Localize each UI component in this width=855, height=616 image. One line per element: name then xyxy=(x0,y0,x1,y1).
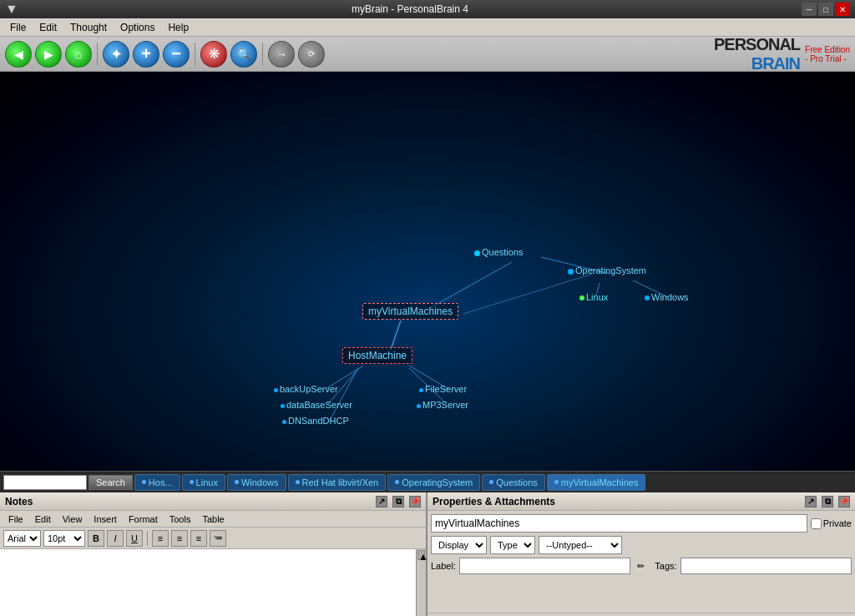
brand-edition: Free Edition - Pro Trial - xyxy=(805,45,850,63)
node-myvirtualmachines[interactable]: myVirtualMachines xyxy=(362,303,458,320)
tab-hos[interactable]: Hos... xyxy=(134,474,180,491)
label-input[interactable] xyxy=(459,558,630,574)
menu-edit[interactable]: Edit xyxy=(33,20,63,35)
size-select[interactable]: 10pt xyxy=(43,530,85,547)
notes-menu-tools[interactable]: Tools xyxy=(164,513,196,525)
notes-menu-view[interactable]: View xyxy=(58,513,88,525)
bottom-panels: Notes ↗ ⧉ 📌 File Edit View Insert Format… xyxy=(0,492,855,616)
svg-line-5 xyxy=(463,274,593,314)
tags-label: Tags: xyxy=(655,561,676,571)
tab-operatingsystem[interactable]: OperatingSystem xyxy=(387,474,480,491)
scroll-up-arrow[interactable]: ▲ xyxy=(417,550,425,560)
remove-button[interactable]: − xyxy=(163,41,190,68)
home-button[interactable]: ⌂ xyxy=(65,41,92,68)
props-pin-icon[interactable]: 📌 xyxy=(838,496,850,507)
list-button[interactable]: ≔ xyxy=(210,530,226,547)
svg-line-4 xyxy=(391,321,401,350)
bold-button[interactable]: B xyxy=(88,530,104,547)
tab-questions[interactable]: Questions xyxy=(482,474,545,491)
search-button[interactable]: 🔍 xyxy=(230,41,257,68)
toolbar: ◀ ▶ ⌂ ✦ + − ❋ 🔍 → ⟳ PERSONALBRAIN Free E… xyxy=(0,37,855,72)
notes-restore-icon[interactable]: ⧉ xyxy=(392,496,404,507)
node-databaseserver[interactable]: dataBaseServer xyxy=(281,400,352,410)
brand-name: PERSONALBRAIN xyxy=(714,35,800,73)
private-label: Private xyxy=(823,518,852,528)
notes-menu-edit[interactable]: Edit xyxy=(30,513,56,525)
props-tabs: Properties & Attachments Details Search … xyxy=(428,613,855,616)
node-backupserver[interactable]: backUpServer xyxy=(274,384,338,394)
tags-input[interactable] xyxy=(680,558,852,574)
pencil-icon: ✏ xyxy=(637,561,645,572)
notes-menu-table[interactable]: Table xyxy=(197,513,229,525)
notes-menu-insert[interactable]: Insert xyxy=(89,513,122,525)
maximize-button[interactable]: □ xyxy=(818,3,833,16)
search-button-tab[interactable]: Search xyxy=(89,475,133,490)
scroll-track[interactable] xyxy=(417,561,426,616)
node-windows[interactable]: Windows xyxy=(645,292,689,302)
props-search-row: Private xyxy=(431,514,852,533)
notes-title: Notes xyxy=(5,496,371,507)
props-expand-icon[interactable]: ↗ xyxy=(805,496,817,507)
notes-content[interactable]: ▲ ▼ xyxy=(0,549,426,616)
nav-clear-button[interactable]: ⟳ xyxy=(298,41,325,68)
brain-canvas[interactable]: Questions OperatingSystem Linux Windows … xyxy=(0,72,855,471)
toolbar-sep-3 xyxy=(262,43,263,66)
expand-button[interactable]: ✦ xyxy=(103,41,129,68)
type-dropdown[interactable]: Type xyxy=(490,536,535,554)
notes-expand-icon[interactable]: ↗ xyxy=(376,496,387,507)
tab-linux[interactable]: Linux xyxy=(182,474,225,491)
notes-text-area[interactable] xyxy=(0,549,416,616)
node-mp3server[interactable]: MP3Server xyxy=(417,400,468,410)
tab-redhat[interactable]: Red Hat libvirt/Xen xyxy=(288,474,387,491)
props-row3: Label: ✏ Tags: xyxy=(431,558,852,574)
forward-button[interactable]: ▶ xyxy=(35,41,62,68)
tab-myvirtualmachines[interactable]: myVirtualMachines xyxy=(547,474,646,491)
notes-pin-icon[interactable]: 📌 xyxy=(409,496,421,507)
menu-help[interactable]: Help xyxy=(161,20,195,35)
props-row2: Display Type --Untyped-- xyxy=(431,536,852,554)
untyped-dropdown[interactable]: --Untyped-- xyxy=(539,536,622,554)
notes-menu-format[interactable]: Format xyxy=(124,513,163,525)
props-content: Private Display Type --Untyped-- Label: … xyxy=(428,511,855,613)
italic-button[interactable]: I xyxy=(107,530,124,547)
label-label: Label: xyxy=(431,561,456,571)
node-operating-system[interactable]: OperatingSystem xyxy=(568,265,646,275)
underline-button[interactable]: U xyxy=(126,530,143,547)
props-panel: Properties & Attachments ↗ ⧉ 📌 Private D… xyxy=(428,492,855,616)
menu-thought[interactable]: Thought xyxy=(63,20,114,35)
node-dnsanddhcp[interactable]: DNSandDHCP xyxy=(282,416,349,426)
minimize-button[interactable]: ─ xyxy=(802,3,817,16)
align-left-button[interactable]: ≡ xyxy=(152,530,169,547)
notes-menu-file[interactable]: File xyxy=(3,513,28,525)
node-questions[interactable]: Questions xyxy=(474,247,524,257)
props-header: Properties & Attachments ↗ ⧉ 📌 xyxy=(428,492,855,511)
node-fileserver[interactable]: FileServer xyxy=(419,384,467,394)
window-controls: ─ □ ✕ xyxy=(802,3,850,16)
network-button[interactable]: ❋ xyxy=(200,41,227,68)
menu-options[interactable]: Options xyxy=(114,20,161,35)
toolbar-sep-1 xyxy=(97,43,98,66)
node-hostmachine[interactable]: HostMachine xyxy=(342,347,412,364)
close-button[interactable]: ✕ xyxy=(835,3,850,16)
notes-scrollbar[interactable]: ▲ ▼ xyxy=(416,549,426,616)
nav-forward-button[interactable]: → xyxy=(268,41,295,68)
node-linux[interactable]: Linux xyxy=(579,292,608,302)
menu-file[interactable]: File xyxy=(3,20,33,35)
props-restore-icon[interactable]: ⧉ xyxy=(822,496,833,507)
app-icon: ▼ xyxy=(5,2,18,17)
svg-line-0 xyxy=(430,262,512,308)
props-search-input[interactable] xyxy=(431,514,807,533)
tab-windows[interactable]: Windows xyxy=(227,474,286,491)
private-checkbox[interactable] xyxy=(811,518,822,529)
align-center-button[interactable]: ≡ xyxy=(171,530,188,547)
font-select[interactable]: Arial xyxy=(3,530,41,547)
back-button[interactable]: ◀ xyxy=(5,41,32,68)
title-bar: ▼ myBrain - PersonalBrain 4 ─ □ ✕ xyxy=(0,0,855,18)
align-right-button[interactable]: ≡ xyxy=(190,530,207,547)
fmt-sep xyxy=(147,531,148,546)
add-button[interactable]: + xyxy=(133,41,159,68)
window-title: myBrain - PersonalBrain 4 xyxy=(18,3,802,15)
notes-header: Notes ↗ ⧉ 📌 xyxy=(0,492,426,511)
search-input[interactable] xyxy=(3,475,87,490)
display-dropdown[interactable]: Display xyxy=(431,536,487,554)
